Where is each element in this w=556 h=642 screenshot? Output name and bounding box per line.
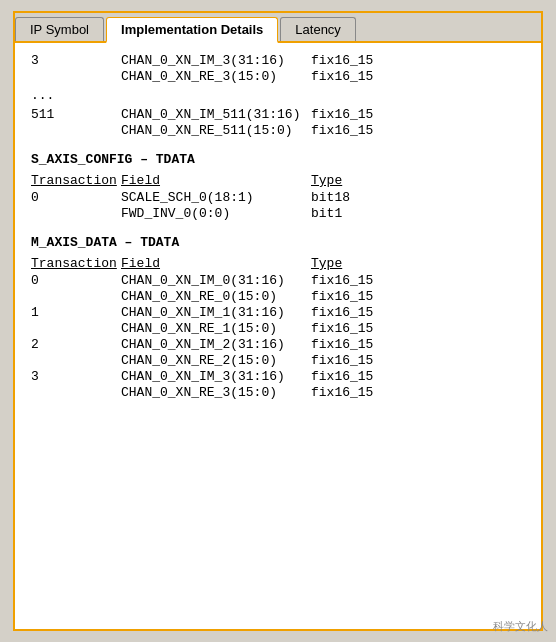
cell-field: CHAN_0_XN_RE_0(15:0) <box>121 289 311 304</box>
table-row: 2CHAN_0_XN_IM_2(31:16)fix16_15 <box>31 337 525 352</box>
cell-type: bit18 <box>311 190 350 205</box>
cell-type: fix16_15 <box>311 305 373 320</box>
cell-transaction <box>31 385 121 400</box>
cell-field: CHAN_0_XN_RE_1(15:0) <box>121 321 311 336</box>
cell-type: fix16_15 <box>311 69 373 84</box>
cell-type: fix16_15 <box>311 369 373 384</box>
cell-field: CHAN_0_XN_IM_2(31:16) <box>121 337 311 352</box>
cell-field: CHAN_0_XN_IM_3(31:16) <box>121 369 311 384</box>
table-row: CHAN_0_XN_RE_1(15:0)fix16_15 <box>31 321 525 336</box>
cell-transaction: 0 <box>31 273 121 288</box>
table-row: CHAN_0_XN_RE_511(15:0) fix16_15 <box>31 123 525 138</box>
table-row: CHAN_0_XN_RE_0(15:0)fix16_15 <box>31 289 525 304</box>
cell-transaction <box>31 123 121 138</box>
cell-field: CHAN_0_XN_RE_511(15:0) <box>121 123 311 138</box>
table-row: 3CHAN_0_XN_IM_3(31:16)fix16_15 <box>31 369 525 384</box>
table-row: CHAN_0_XN_RE_3(15:0) fix16_15 <box>31 69 525 84</box>
cell-type: fix16_15 <box>311 53 373 68</box>
table-row: FWD_INV_0(0:0) bit1 <box>31 206 525 221</box>
cell-field: CHAN_0_XN_RE_3(15:0) <box>121 385 311 400</box>
top-rows: 3 CHAN_0_XN_IM_3(31:16) fix16_15 CHAN_0_… <box>31 53 525 138</box>
cell-type: fix16_15 <box>311 385 373 400</box>
cell-transaction: 0 <box>31 190 121 205</box>
m-axis-rows: 0CHAN_0_XN_IM_0(31:16)fix16_15CHAN_0_XN_… <box>31 273 525 400</box>
cell-transaction <box>31 206 121 221</box>
cell-type: fix16_15 <box>311 273 373 288</box>
table-row: CHAN_0_XN_RE_3(15:0)fix16_15 <box>31 385 525 400</box>
tab-ip-symbol[interactable]: IP Symbol <box>15 17 104 41</box>
ellipsis: ... <box>31 88 525 103</box>
cell-transaction: 511 <box>31 107 121 122</box>
table-row: 3 CHAN_0_XN_IM_3(31:16) fix16_15 <box>31 53 525 68</box>
content-area[interactable]: 3 CHAN_0_XN_IM_3(31:16) fix16_15 CHAN_0_… <box>15 43 541 629</box>
table-row: 511 CHAN_0_XN_IM_511(31:16) fix16_15 <box>31 107 525 122</box>
col-field-header: Field <box>121 173 311 188</box>
table-row: CHAN_0_XN_RE_2(15:0)fix16_15 <box>31 353 525 368</box>
table-row: 0 SCALE_SCH_0(18:1) bit18 <box>31 190 525 205</box>
m-axis-data-title: M_AXIS_DATA – TDATA <box>31 235 525 250</box>
cell-type: fix16_15 <box>311 337 373 352</box>
cell-field: FWD_INV_0(0:0) <box>121 206 311 221</box>
col-type-header: Type <box>311 256 342 271</box>
cell-field: CHAN_0_XN_RE_3(15:0) <box>121 69 311 84</box>
cell-transaction: 3 <box>31 53 121 68</box>
tab-bar: IP Symbol Implementation Details Latency <box>15 13 541 43</box>
cell-type: fix16_15 <box>311 353 373 368</box>
cell-transaction <box>31 69 121 84</box>
cell-type: fix16_15 <box>311 289 373 304</box>
col-headers: Transaction Field Type <box>31 256 525 271</box>
s-axis-config-title: S_AXIS_CONFIG – TDATA <box>31 152 525 167</box>
col-transaction-header: Transaction <box>31 173 121 188</box>
col-transaction-header: Transaction <box>31 256 121 271</box>
cell-transaction <box>31 321 121 336</box>
m-axis-data-section: M_AXIS_DATA – TDATA Transaction Field Ty… <box>31 235 525 400</box>
cell-transaction <box>31 353 121 368</box>
col-headers: Transaction Field Type <box>31 173 525 188</box>
tab-implementation-details[interactable]: Implementation Details <box>106 17 278 43</box>
table-row: 0CHAN_0_XN_IM_0(31:16)fix16_15 <box>31 273 525 288</box>
cell-transaction: 1 <box>31 305 121 320</box>
cell-type: fix16_15 <box>311 107 373 122</box>
cell-type: bit1 <box>311 206 342 221</box>
col-field-header: Field <box>121 256 311 271</box>
cell-field: CHAN_0_XN_IM_1(31:16) <box>121 305 311 320</box>
s-axis-config-section: S_AXIS_CONFIG – TDATA Transaction Field … <box>31 152 525 221</box>
table-row: 1CHAN_0_XN_IM_1(31:16)fix16_15 <box>31 305 525 320</box>
main-window: IP Symbol Implementation Details Latency… <box>13 11 543 631</box>
cell-type: fix16_15 <box>311 321 373 336</box>
cell-type: fix16_15 <box>311 123 373 138</box>
cell-field: SCALE_SCH_0(18:1) <box>121 190 311 205</box>
col-type-header: Type <box>311 173 342 188</box>
tab-latency[interactable]: Latency <box>280 17 356 41</box>
cell-field: CHAN_0_XN_IM_511(31:16) <box>121 107 311 122</box>
cell-field: CHAN_0_XN_IM_0(31:16) <box>121 273 311 288</box>
cell-transaction: 3 <box>31 369 121 384</box>
cell-transaction <box>31 289 121 304</box>
cell-transaction: 2 <box>31 337 121 352</box>
cell-field: CHAN_0_XN_IM_3(31:16) <box>121 53 311 68</box>
cell-field: CHAN_0_XN_RE_2(15:0) <box>121 353 311 368</box>
